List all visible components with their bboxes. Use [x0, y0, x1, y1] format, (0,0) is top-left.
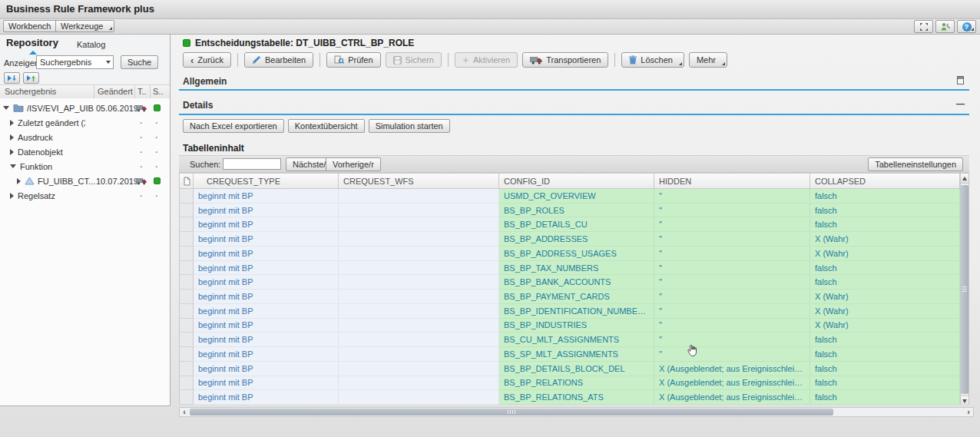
- cell-value[interactable]: BS_BP_ADDRESS_USAGES: [504, 249, 617, 258]
- cell-value[interactable]: falsch: [815, 191, 837, 200]
- cell-value[interactable]: falsch: [815, 206, 837, 215]
- transportieren-button[interactable]: Transportieren: [522, 52, 608, 68]
- scroll-down-button[interactable]: [961, 396, 968, 406]
- section-details[interactable]: Details —: [179, 97, 969, 113]
- tab-repository[interactable]: Repository: [6, 37, 58, 48]
- tree-item-label[interactable]: Ausdruck: [18, 133, 53, 142]
- cell-value[interactable]: '': [659, 320, 662, 329]
- column-header-config-id[interactable]: CONFIG_ID: [499, 173, 654, 189]
- cell-config-id[interactable]: USMD_CR_OVERVIEW: [499, 189, 654, 204]
- cell-value[interactable]: BS_BP_RELATIONS_ATS: [504, 392, 604, 402]
- cell-value[interactable]: X (Wahr): [815, 306, 849, 316]
- cell-value[interactable]: beginnt mit BP: [198, 191, 253, 200]
- cell-crequest-wfs[interactable]: [339, 204, 499, 218]
- cell-collapsed[interactable]: X (Wahr): [810, 290, 960, 304]
- cell-hidden[interactable]: '': [654, 189, 810, 204]
- cell-hidden[interactable]: X (Ausgeblendet; aus Ereignisschleife au…: [654, 376, 810, 391]
- row-selector[interactable]: [179, 333, 194, 347]
- zurueck-button[interactable]: ‹ Zurück: [183, 52, 231, 68]
- cell-collapsed[interactable]: falsch: [810, 204, 960, 218]
- cell-value[interactable]: X (Wahr): [815, 292, 849, 301]
- cell-crequest-wfs[interactable]: [339, 247, 499, 261]
- werkzeuge-menu[interactable]: Werkzeuge: [55, 20, 114, 32]
- cell-value[interactable]: beginnt mit BP: [198, 220, 253, 229]
- sichern-button[interactable]: Sichern: [386, 52, 442, 68]
- collapse-all-button[interactable]: [23, 72, 39, 84]
- cell-collapsed[interactable]: falsch: [810, 275, 960, 290]
- cell-crequest-type[interactable]: beginnt mit BP: [194, 347, 339, 362]
- cell-value[interactable]: X (Wahr): [815, 249, 849, 258]
- row-selector[interactable]: [179, 247, 194, 261]
- cell-crequest-type[interactable]: beginnt mit BP: [194, 189, 339, 204]
- cell-crequest-type[interactable]: beginnt mit BP: [194, 290, 339, 304]
- cell-value[interactable]: falsch: [815, 277, 837, 286]
- cell-collapsed[interactable]: X (Wahr): [810, 232, 960, 247]
- cell-config-id[interactable]: BS_BP_INDUSTRIES: [499, 319, 654, 333]
- cell-value[interactable]: BS_BP_INDUSTRIES: [504, 320, 587, 329]
- scroll-left-button[interactable]: ‹: [180, 408, 189, 416]
- tree-item[interactable]: Regelsatz··: [0, 188, 170, 203]
- cell-crequest-type[interactable]: beginnt mit BP: [194, 204, 339, 218]
- cell-crequest-wfs[interactable]: [339, 347, 499, 362]
- row-selector[interactable]: [179, 204, 194, 218]
- cell-value[interactable]: falsch: [815, 263, 837, 273]
- simulation-starten-button[interactable]: Simulation starten: [369, 119, 450, 133]
- cell-value[interactable]: BS_BP_PAYMENT_CARDS: [504, 292, 610, 301]
- column-header-hidden[interactable]: HIDDEN: [654, 173, 810, 189]
- tree-item-label[interactable]: Zuletzt geändert (21): [18, 118, 85, 127]
- cell-value[interactable]: '': [659, 249, 662, 258]
- excel-export-button[interactable]: Nach Excel exportieren: [183, 119, 284, 133]
- cell-collapsed[interactable]: X (Wahr): [810, 247, 960, 261]
- cell-config-id[interactable]: BS_BP_TAX_NUMBERS: [499, 261, 654, 276]
- cell-crequest-wfs[interactable]: [339, 290, 499, 304]
- column-header-crequest-wfs[interactable]: CREQUEST_WFS: [339, 173, 499, 189]
- section-allgemein[interactable]: Allgemein: [179, 73, 969, 89]
- cell-value[interactable]: X (Wahr): [815, 320, 849, 329]
- cell-crequest-wfs[interactable]: [339, 390, 499, 405]
- cell-collapsed[interactable]: falsch: [810, 333, 960, 347]
- cell-crequest-type[interactable]: beginnt mit BP: [194, 319, 339, 333]
- fullscreen-button[interactable]: [914, 20, 933, 33]
- cell-collapsed[interactable]: falsch: [810, 189, 960, 204]
- cell-value[interactable]: USMD_CR_OVERVIEW: [504, 191, 596, 200]
- collapse-arrow-icon[interactable]: [3, 106, 9, 110]
- horizontal-scroll-thumb[interactable]: [190, 409, 833, 415]
- row-selector[interactable]: [179, 217, 194, 232]
- anzeigen-select[interactable]: Suchergebnis: [36, 55, 114, 69]
- expand-arrow-icon[interactable]: [10, 120, 14, 126]
- tree-header-transport[interactable]: T..: [137, 87, 147, 96]
- help-button[interactable]: ?: [957, 20, 976, 33]
- cell-hidden[interactable]: '': [654, 204, 810, 218]
- cell-value[interactable]: '': [659, 306, 662, 316]
- aktivieren-button[interactable]: Aktivieren: [455, 52, 518, 68]
- cell-collapsed[interactable]: falsch: [810, 261, 960, 276]
- cell-value[interactable]: beginnt mit BP: [198, 378, 253, 387]
- cell-value[interactable]: '': [659, 206, 662, 215]
- cell-value[interactable]: falsch: [815, 392, 837, 402]
- cell-crequest-type[interactable]: beginnt mit BP: [194, 217, 339, 232]
- cell-crequest-wfs[interactable]: [339, 232, 499, 247]
- tree-item[interactable]: FU_UIBB_CT...10.07.2019: [0, 174, 170, 188]
- cell-value[interactable]: '': [659, 292, 662, 301]
- cell-config-id[interactable]: BS_BP_DETAILS_CU: [499, 217, 654, 232]
- table-vertical-scrollbar[interactable]: [960, 173, 969, 405]
- cell-value[interactable]: beginnt mit BP: [198, 306, 253, 316]
- cell-collapsed[interactable]: X (Wahr): [810, 304, 960, 319]
- personalize-button[interactable]: [935, 20, 955, 33]
- row-selector[interactable]: [179, 347, 194, 362]
- cell-hidden[interactable]: '': [654, 290, 810, 304]
- cell-collapsed[interactable]: falsch: [810, 362, 960, 376]
- tree-item[interactable]: Datenobjekt··: [0, 144, 170, 159]
- cell-value[interactable]: beginnt mit BP: [198, 206, 253, 215]
- row-selector[interactable]: [179, 376, 194, 391]
- expand-arrow-icon[interactable]: [10, 193, 14, 199]
- expand-arrow-icon[interactable]: [10, 149, 14, 155]
- cell-crequest-type[interactable]: beginnt mit BP: [194, 333, 339, 347]
- cell-crequest-wfs[interactable]: [339, 333, 499, 347]
- cell-crequest-wfs[interactable]: [339, 261, 499, 276]
- cell-value[interactable]: BS_BP_BANK_ACCOUNTS: [504, 277, 611, 286]
- cell-crequest-type[interactable]: beginnt mit BP: [194, 376, 339, 391]
- scroll-up-button[interactable]: [961, 174, 968, 184]
- cell-crequest-wfs[interactable]: [339, 304, 499, 319]
- cell-config-id[interactable]: BS_BP_RELATIONS_ATS: [499, 390, 654, 405]
